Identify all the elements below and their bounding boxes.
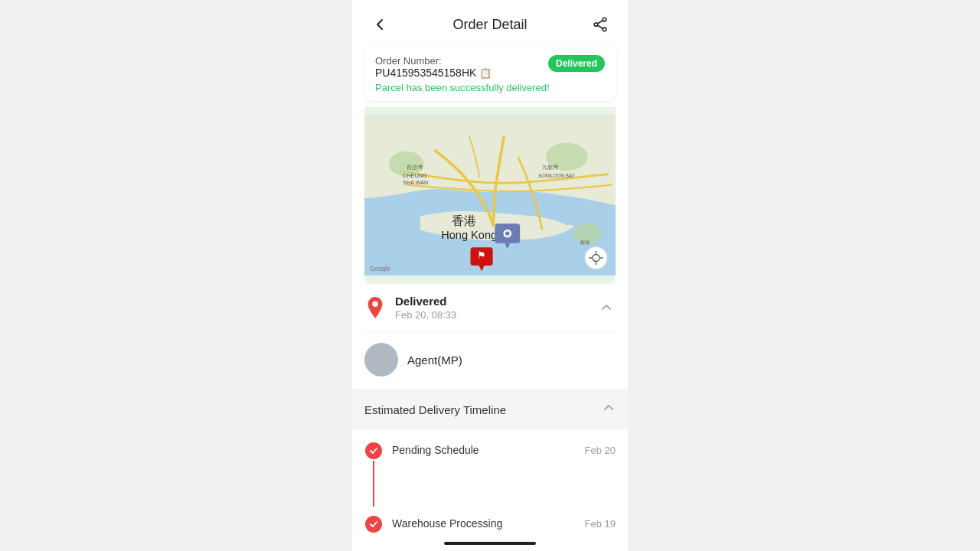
svg-text:Hong Kong: Hong Kong — [441, 229, 497, 241]
timeline-item-2: Warehouse Processing Feb 19 — [364, 516, 616, 533]
back-button[interactable] — [368, 12, 392, 37]
map-container: 長沙灣 CHEUNG SHA WAN 竹 九龍灣 KOWLOON BAY 觀場 … — [364, 107, 616, 283]
timeline-items: Pending Schedule Feb 20 Warehouse — [352, 430, 628, 539]
timeline-header[interactable]: Estimated Delivery Timeline — [352, 389, 628, 430]
timeline-title: Estimated Delivery Timeline — [364, 403, 506, 416]
svg-text:Google: Google — [370, 266, 390, 272]
delivery-status-title: Delivered — [395, 295, 588, 308]
svg-point-23 — [505, 231, 509, 235]
delivered-badge: Delivered — [548, 55, 605, 72]
svg-point-33 — [372, 302, 378, 308]
map-svg: 長沙灣 CHEUNG SHA WAN 竹 九龍灣 KOWLOON BAY 觀場 … — [364, 107, 616, 283]
svg-text:⚑: ⚑ — [477, 249, 486, 261]
timeline-item-label-2: Warehouse Processing — [392, 517, 502, 530]
svg-point-2 — [603, 28, 606, 31]
bottom-bar — [444, 542, 536, 545]
delivery-status-row: Delivered Feb 20, 08:33 — [352, 284, 628, 331]
timeline-left-1 — [364, 442, 383, 507]
timeline-item: Pending Schedule Feb 20 — [364, 442, 616, 507]
svg-text:KOWLOON BAY: KOWLOON BAY — [539, 173, 576, 178]
order-card: Order Number: PU415953545158HK 📋 Deliver… — [364, 46, 616, 101]
svg-text:長沙灣: 長沙灣 — [407, 164, 423, 171]
order-number-label: Order Number: — [375, 55, 492, 67]
svg-text:CHEUNG: CHEUNG — [403, 172, 427, 179]
copy-icon[interactable]: 📋 — [479, 67, 492, 79]
check-circle-1 — [365, 442, 382, 459]
delivery-status-info: Delivered Feb 20, 08:33 — [395, 295, 588, 321]
svg-line-3 — [598, 21, 603, 24]
timeline-chevron-icon — [602, 401, 616, 418]
check-circle-2 — [365, 516, 382, 533]
header: Order Detail — [352, 0, 628, 46]
success-message: Parcel has been successfully delivered! — [375, 82, 605, 93]
timeline-item-date-1: Feb 20 — [585, 445, 616, 456]
page-title: Order Detail — [452, 17, 527, 33]
agent-name: Agent(MP) — [407, 354, 462, 367]
order-number-value: PU415953545158HK 📋 — [375, 67, 492, 79]
delivery-chevron-icon[interactable] — [597, 298, 616, 317]
timeline-content-2: Warehouse Processing Feb 19 — [392, 516, 616, 530]
delivery-pin-icon — [364, 297, 386, 318]
vertical-line-1 — [373, 461, 374, 507]
svg-point-0 — [603, 18, 606, 21]
svg-point-27 — [585, 246, 607, 269]
timeline-item-label-1: Pending Schedule — [392, 444, 479, 456]
agent-avatar — [364, 343, 398, 377]
timeline-content-1: Pending Schedule Feb 20 — [392, 442, 616, 456]
timeline-item-date-2: Feb 19 — [585, 518, 616, 530]
svg-line-4 — [598, 25, 603, 28]
agent-row: Agent(MP) — [352, 332, 628, 387]
svg-text:香港: 香港 — [452, 214, 476, 227]
svg-text:SHA WAN: SHA WAN — [403, 179, 428, 186]
timeline-left-2 — [364, 516, 383, 533]
delivery-status-date: Feb 20, 08:33 — [395, 309, 588, 321]
svg-text:觀場: 觀場 — [580, 240, 590, 245]
share-button[interactable] — [588, 12, 612, 37]
svg-point-1 — [594, 23, 598, 27]
timeline-section: Estimated Delivery Timeline — [352, 389, 628, 539]
svg-text:九龍灣: 九龍灣 — [542, 164, 558, 171]
